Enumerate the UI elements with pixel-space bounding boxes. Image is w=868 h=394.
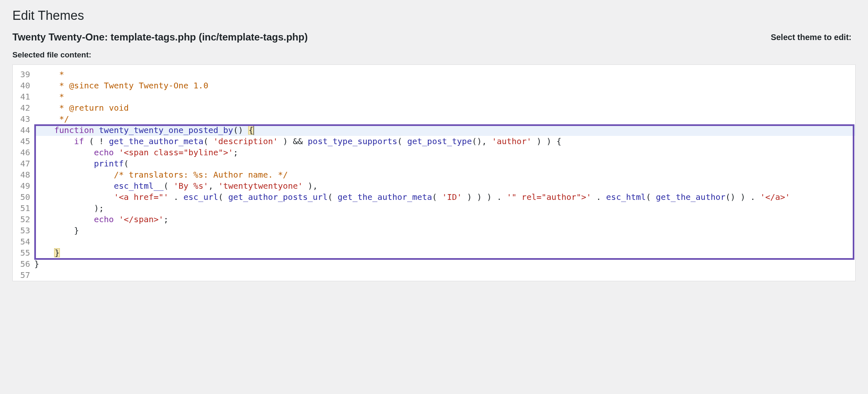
code-line[interactable]: 48 /* translators: %s: Author name. */ (13, 169, 855, 180)
code-content[interactable]: echo '</span>'; (34, 214, 855, 225)
code-token: '</span>' (119, 214, 164, 224)
code-line[interactable]: 43 */ (13, 114, 855, 125)
code-content[interactable] (34, 270, 855, 281)
code-token: && (293, 136, 303, 146)
code-token: . (591, 192, 606, 202)
code-token (34, 181, 114, 191)
code-line[interactable]: 57 (13, 270, 855, 281)
code-token: 'By %s' (173, 181, 208, 191)
code-line[interactable]: 56} (13, 259, 855, 270)
code-content[interactable]: if ( ! get_the_author_meta( 'description… (34, 136, 855, 147)
code-line[interactable]: 41 * (13, 91, 855, 102)
code-token: * (34, 69, 64, 79)
code-token: '<a href="' (114, 192, 168, 202)
code-token: post_type_supports (308, 136, 397, 146)
code-line[interactable]: 38 * Prints HTML with meta information a… (13, 65, 855, 69)
code-token: esc_url (183, 192, 218, 202)
code-token: if (74, 136, 84, 146)
code-token: echo (94, 147, 114, 157)
code-token: ( (218, 192, 228, 202)
code-token: twenty_twenty_one_posted_by (99, 125, 233, 135)
page-title: Edit Themes (12, 0, 856, 31)
code-token (303, 136, 308, 146)
code-token: . (168, 192, 183, 202)
code-token (34, 136, 74, 146)
text-cursor (254, 126, 254, 135)
code-token: ) (278, 136, 293, 146)
line-number: 42 (13, 102, 34, 114)
line-number: 56 (13, 259, 34, 270)
file-header-row: Twenty Twenty-One: template-tags.php (in… (12, 31, 856, 50)
code-content[interactable]: esc_html__( 'By %s', 'twentytwentyone' )… (34, 180, 855, 192)
code-token: ) ) ) . (462, 192, 507, 202)
code-line[interactable]: 42 * @return void (13, 102, 855, 114)
code-token: /* translators: %s: Author name. */ (114, 170, 288, 180)
line-number: 54 (13, 236, 34, 247)
line-number: 46 (13, 147, 34, 158)
code-token: echo (94, 214, 114, 224)
code-token: get_the_author_meta (338, 192, 432, 202)
code-token (34, 248, 54, 258)
code-line[interactable]: 49 esc_html__( 'By %s', 'twentytwentyone… (13, 180, 855, 192)
code-editor[interactable]: 38 * Prints HTML with meta information a… (12, 64, 856, 281)
line-number: 47 (13, 158, 34, 169)
code-token: '" rel="author">' (507, 192, 591, 202)
code-token: 'ID' (442, 192, 462, 202)
code-content[interactable]: } (34, 259, 855, 270)
code-content[interactable] (34, 236, 855, 247)
code-token: () (233, 125, 248, 135)
code-token: ( (397, 136, 407, 146)
code-token (34, 214, 94, 224)
code-token (104, 136, 109, 146)
code-line[interactable]: 47 printf( (13, 158, 855, 169)
code-content[interactable]: '<a href="' . esc_url( get_author_posts_… (34, 192, 855, 203)
code-token: , (208, 181, 218, 191)
code-content[interactable]: echo '<span class="byline">'; (34, 147, 855, 158)
code-content[interactable]: ); (34, 203, 855, 214)
code-content[interactable]: * @return void (34, 102, 855, 114)
code-token (34, 192, 114, 202)
code-token: get_author_posts_url (228, 192, 328, 202)
code-token: ( (164, 181, 173, 191)
line-number: 49 (13, 180, 34, 192)
code-token: get_the_author (656, 192, 726, 202)
code-token: function (54, 125, 94, 135)
code-line[interactable]: 45 if ( ! get_the_author_meta( 'descript… (13, 136, 855, 147)
code-content[interactable]: function twenty_twenty_one_posted_by() { (34, 125, 855, 136)
code-token: ( (327, 192, 337, 202)
code-content[interactable]: * (34, 69, 855, 80)
code-token: ( (432, 192, 442, 202)
line-number: 45 (13, 136, 34, 147)
code-content[interactable]: * @since Twenty Twenty-One 1.0 (34, 80, 855, 91)
line-number: 51 (13, 203, 34, 214)
code-line[interactable]: 52 echo '</span>'; (13, 214, 855, 225)
line-number: 39 (13, 69, 34, 80)
code-content[interactable]: */ (34, 114, 855, 125)
code-token (34, 159, 94, 169)
code-token: 'twentytwentyone' (218, 181, 303, 191)
code-content[interactable]: } (34, 225, 855, 236)
code-content[interactable]: /* translators: %s: Author name. */ (34, 169, 855, 180)
line-number: 53 (13, 225, 34, 236)
code-token: get_the_author_meta (109, 136, 204, 146)
code-line[interactable]: 46 echo '<span class="byline">'; (13, 147, 855, 158)
code-line[interactable]: 53 } (13, 225, 855, 236)
code-token: * @return void (34, 103, 129, 113)
line-number: 48 (13, 169, 34, 180)
code-line[interactable]: 55 } (13, 247, 855, 259)
code-line[interactable]: 44 function twenty_twenty_one_posted_by(… (13, 125, 855, 136)
code-content[interactable]: * (34, 91, 855, 102)
code-token: * (34, 92, 64, 102)
code-content[interactable]: } (34, 247, 855, 259)
code-token: ) ) { (531, 136, 561, 146)
code-line[interactable]: 51 ); (13, 203, 855, 214)
code-line[interactable]: 40 * @since Twenty Twenty-One 1.0 (13, 80, 855, 91)
code-line[interactable]: 54 (13, 236, 855, 247)
code-token: * @since Twenty Twenty-One 1.0 (34, 81, 208, 90)
code-line[interactable]: 50 '<a href="' . esc_url( get_author_pos… (13, 192, 855, 203)
code-content[interactable]: printf( (34, 158, 855, 169)
code-token: esc_html (606, 192, 646, 202)
line-number: 50 (13, 192, 34, 203)
code-token: } (54, 248, 60, 257)
code-line[interactable]: 39 * (13, 69, 855, 80)
